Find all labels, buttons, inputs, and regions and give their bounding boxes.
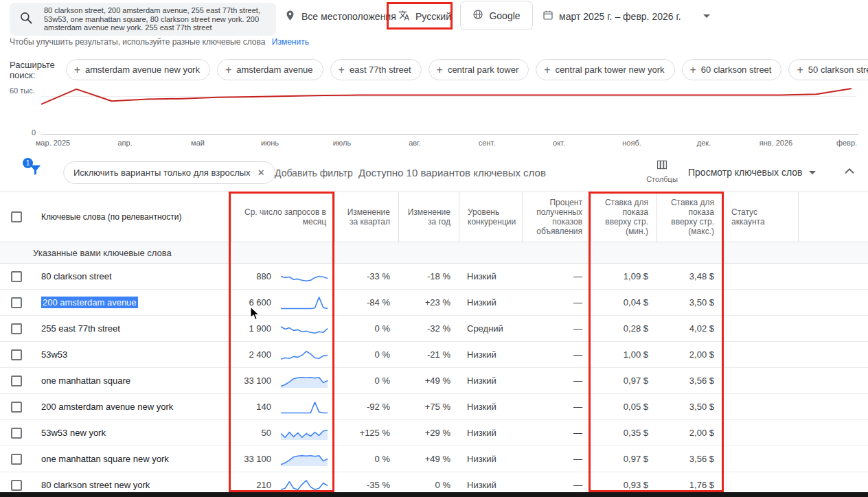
avg-searches-value: 2 400 bbox=[239, 349, 271, 360]
keyword-cell[interactable]: 53w53 bbox=[41, 349, 67, 360]
row-checkbox[interactable] bbox=[11, 375, 22, 386]
year-change-value: -32 % bbox=[398, 316, 459, 341]
keyword-cell[interactable]: 80 clarkson street bbox=[41, 271, 112, 281]
row-filler bbox=[798, 316, 868, 341]
table-row[interactable]: 200 amsterdam avenue 6 600 -84 % +23 % Н… bbox=[0, 290, 868, 316]
table-row[interactable]: one manhattan square new york 33 100 0 %… bbox=[0, 446, 868, 472]
network-globe-icon bbox=[472, 9, 483, 22]
date-range-selector[interactable]: март 2025 г. – февр. 2026 г. bbox=[542, 10, 710, 23]
row-checkbox[interactable] bbox=[11, 454, 22, 465]
column-header-year-change[interactable]: Изменение за год bbox=[398, 192, 459, 242]
account-status-value bbox=[722, 316, 798, 341]
avg-searches-value: 140 bbox=[239, 402, 271, 412]
keyword-cell[interactable]: one manhattan square bbox=[41, 375, 130, 386]
top-bid-low-value: 0,05 $ bbox=[591, 394, 656, 419]
top-bid-high-value: 4,02 $ bbox=[656, 316, 722, 341]
row-checkbox[interactable] bbox=[11, 271, 22, 282]
expand-chip[interactable]: +60 clarkson street bbox=[682, 59, 782, 80]
network-selector[interactable]: Google bbox=[460, 1, 533, 30]
calendar-icon bbox=[542, 10, 553, 23]
expand-chip[interactable]: +central park tower new york bbox=[536, 59, 674, 80]
table-section-row: Указанные вами ключевые слова bbox=[0, 242, 868, 264]
column-header-keywords[interactable]: Ключевые слова (по релевантности) bbox=[33, 192, 231, 242]
keyword-view-selector[interactable]: Просмотр ключевых слов bbox=[688, 167, 816, 178]
row-checkbox[interactable] bbox=[11, 349, 22, 360]
x-axis-label: авг. bbox=[409, 139, 421, 147]
x-axis-label: дек. bbox=[697, 139, 711, 147]
column-header-impression-share[interactable]: Процент полученных показов объявления bbox=[522, 192, 591, 242]
impression-share-value: — bbox=[522, 394, 591, 419]
impression-share-value: — bbox=[522, 368, 591, 393]
expand-chip[interactable]: +east 77th street bbox=[330, 59, 422, 80]
expand-chip[interactable]: +central park tower bbox=[429, 59, 529, 80]
search-keywords-text[interactable]: 80 clarkson street, 200 amsterdam avenue… bbox=[44, 6, 269, 32]
close-icon[interactable]: ✕ bbox=[258, 167, 265, 178]
competition-value: Низкий bbox=[459, 290, 522, 315]
table-row[interactable]: 200 amsterdam avenue new york 140 -92 % … bbox=[0, 394, 868, 420]
y-axis-label: 0 bbox=[32, 128, 36, 137]
column-header-top-bid-high[interactable]: Ставка для показа вверху стр. (макс.) bbox=[656, 192, 722, 242]
table-row[interactable]: 53w53 2 400 0 % -21 % Низкий — 1,00 $ 2,… bbox=[0, 342, 868, 368]
row-checkbox[interactable] bbox=[11, 480, 22, 491]
expand-chip[interactable]: +amsterdam avenue bbox=[217, 59, 323, 80]
trend-sparkline bbox=[279, 424, 329, 442]
column-header-avg-monthly-searches[interactable]: Ср. число запросов в месяц bbox=[231, 192, 334, 242]
top-bid-low-value: 0,04 $ bbox=[591, 290, 656, 315]
table-row[interactable]: 80 clarkson street 880 -33 % -18 % Низки… bbox=[0, 264, 868, 290]
chevron-down-icon bbox=[809, 171, 816, 174]
account-status-value bbox=[722, 264, 798, 289]
keyword-cell[interactable]: 255 east 77th street bbox=[41, 323, 120, 334]
date-range-label: март 2025 г. – февр. 2026 г. bbox=[559, 11, 681, 22]
row-checkbox[interactable] bbox=[11, 428, 22, 439]
keywords-search-box[interactable]: 80 clarkson street, 200 amsterdam avenue… bbox=[10, 3, 276, 36]
trend-sparkline bbox=[279, 372, 329, 390]
filter-count-badge: 1 bbox=[23, 158, 33, 168]
row-filler bbox=[798, 368, 868, 393]
column-header-competition[interactable]: Уровень конкуренции bbox=[459, 192, 522, 242]
table-row[interactable]: 53w53 new york 50 +125 % +29 % Низкий — … bbox=[0, 420, 868, 446]
locations-selector[interactable]: Все местоположения bbox=[284, 10, 396, 23]
avg-searches-value: 33 100 bbox=[239, 454, 271, 464]
table-row[interactable]: one manhattan square 33 100 0 % +49 % Ни… bbox=[0, 368, 868, 394]
column-header-top-bid-low[interactable]: Ставка для показа вверху стр. (мин.) bbox=[591, 192, 656, 242]
row-checkbox[interactable] bbox=[11, 402, 22, 413]
chip-label: amsterdam avenue new york bbox=[85, 65, 200, 75]
competition-value: Низкий bbox=[459, 394, 522, 419]
top-bid-low-value: 0,35 $ bbox=[591, 420, 656, 446]
columns-button[interactable]: Столбцы bbox=[643, 159, 681, 183]
keyword-cell[interactable]: 200 amsterdam avenue new york bbox=[41, 402, 173, 412]
edit-keywords-link[interactable]: Изменить bbox=[272, 37, 309, 47]
language-selector[interactable]: Русский bbox=[398, 10, 451, 23]
keyword-cell[interactable]: 200 amsterdam avenue bbox=[41, 297, 138, 308]
keyword-cell[interactable]: 53w53 new york bbox=[41, 428, 106, 438]
filter-icon[interactable]: 1 bbox=[27, 162, 44, 178]
plus-icon: + bbox=[690, 65, 696, 76]
language-label: Русский bbox=[415, 11, 451, 22]
plus-icon: + bbox=[74, 65, 80, 76]
expand-chip[interactable]: +50 clarkson street bbox=[788, 59, 868, 80]
expand-search-row: Расширьте поиск: +amsterdam avenue new y… bbox=[10, 59, 868, 80]
chip-label: 50 clarkson street bbox=[808, 65, 868, 75]
account-status-value bbox=[722, 342, 798, 367]
row-filler bbox=[798, 420, 868, 446]
view-selector-label: Просмотр ключевых слов bbox=[688, 167, 803, 178]
collapse-panel-button[interactable] bbox=[842, 163, 857, 181]
table-row[interactable]: 255 east 77th street 1 900 0 % -32 % Сре… bbox=[0, 316, 868, 342]
impression-share-value: — bbox=[522, 342, 591, 367]
column-header-account-status[interactable]: Статус аккаунта bbox=[722, 192, 798, 242]
add-filter-button[interactable]: Добавить фильтр bbox=[275, 167, 353, 178]
expand-chip[interactable]: +amsterdam avenue new york bbox=[66, 59, 210, 80]
row-checkbox[interactable] bbox=[11, 323, 22, 334]
quarter-change-value: -92 % bbox=[334, 394, 398, 419]
year-change-value: -21 % bbox=[398, 342, 459, 367]
select-all-checkbox[interactable] bbox=[11, 211, 22, 222]
adult-filter-chip[interactable]: Исключить варианты только для взрослых ✕ bbox=[63, 161, 275, 184]
impression-share-value: — bbox=[522, 446, 591, 472]
column-header-quarter-change[interactable]: Изменение за квартал bbox=[334, 192, 398, 242]
top-bid-high-value: 2,00 $ bbox=[656, 420, 722, 446]
competition-value: Низкий bbox=[459, 446, 522, 472]
row-checkbox[interactable] bbox=[11, 297, 22, 308]
date-range-caret-icon[interactable] bbox=[703, 14, 710, 18]
keyword-cell[interactable]: one manhattan square new york bbox=[41, 454, 169, 464]
keyword-cell[interactable]: 80 clarkson street new york bbox=[41, 480, 150, 490]
